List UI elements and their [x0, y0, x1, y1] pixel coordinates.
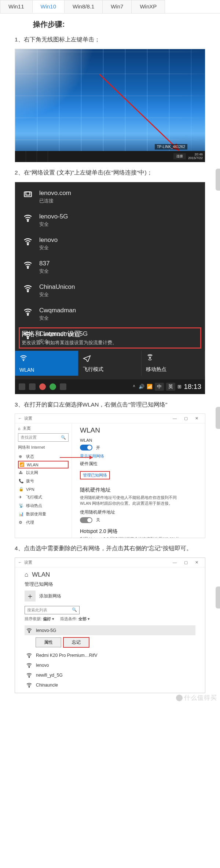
wlan-breadcrumb[interactable]: ⌂ WLAN: [25, 571, 195, 578]
tab-win81[interactable]: Win8/8.1: [64, 0, 103, 13]
tab-winxp[interactable]: WinXP: [131, 0, 165, 13]
side-icon: ⚙: [19, 520, 23, 525]
tray-time[interactable]: 18:13: [184, 383, 201, 391]
step-4-text: 4、点击选中需要删除的已有网络，并点击其右侧的"忘记"按钮即可。: [15, 544, 205, 553]
svg-point-7: [27, 314, 29, 315]
svg-point-9: [23, 360, 24, 361]
svg-point-14: [29, 677, 30, 677]
figure-4-known-networks: ← 设置 —▢✕ ⌂ WLAN 管理已知网络 ＋添加新网络 搜索此列表🔍 排序依…: [15, 558, 205, 693]
wifi-icon: [26, 682, 32, 688]
wifi-icon: [23, 307, 33, 316]
svg-point-11: [29, 632, 30, 633]
known-network-4[interactable]: Chinauncle: [25, 680, 195, 690]
network-837[interactable]: 837安全: [15, 255, 205, 279]
wifi-icon: [23, 260, 33, 269]
quick-wlan-button[interactable]: WLAN: [15, 351, 78, 376]
step-1-text: 1、右下角无线图标上左键单击；: [15, 35, 205, 44]
wifi-icon: [23, 213, 33, 222]
scroll-handle[interactable]: [216, 169, 220, 191]
random-mac-toggle[interactable]: 关: [80, 517, 197, 523]
side-icon: 📡: [19, 503, 23, 508]
hotspot20-heading: Hotspot 2.0 网络: [80, 528, 197, 535]
side-item-7[interactable]: 📊数据使用量: [18, 510, 69, 518]
wlan-toggle[interactable]: 开: [80, 445, 197, 450]
known-network-forget-button[interactable]: 忘记: [63, 637, 89, 647]
add-network-button[interactable]: ＋添加新网络: [25, 591, 195, 602]
content: 操作步骤: 1、右下角无线图标上左键单击； TP-LINK_461262 连接 …: [0, 14, 220, 704]
side-item-5[interactable]: ✈飞行模式: [18, 493, 69, 501]
wifi-icon: [23, 283, 33, 293]
step-2-text: 2、在"网络设置 (文本)"上左键单击(在"网络连接"中)；: [15, 168, 205, 177]
window-controls[interactable]: —▢✕: [169, 416, 202, 421]
taskbar-left: [19, 383, 66, 390]
known-networks-filters[interactable]: 排序依据: 偏好 ▾ 筛选条件: 全部 ▾: [25, 617, 195, 622]
taskbar-right-icons: ＾🔊 📶 中 英 ⊞ 18:13: [132, 383, 201, 391]
known-networks-heading: 管理已知网络: [25, 581, 195, 588]
side-icon: 📊: [19, 512, 23, 516]
tray-status[interactable]: 连接: [173, 153, 186, 159]
known-network-2[interactable]: lenovo: [25, 660, 195, 670]
known-network-1[interactable]: Redmi K20 Pro Premium…RifV: [25, 650, 195, 660]
window-controls[interactable]: —▢✕: [169, 560, 202, 565]
settings-home[interactable]: ⌂ 主页: [18, 426, 69, 431]
steps-title: 操作步骤:: [33, 19, 205, 29]
wifi-icon: [26, 627, 32, 633]
os-tabs: Win11 Win10 Win8/8.1 Win7 WinXP: [0, 0, 220, 14]
scroll-handle[interactable]: [216, 586, 220, 608]
settings-category: 网络和 Internet: [18, 445, 69, 450]
figure-3-settings-wlan: ← 设置 —▢✕ ⌂ 主页 查找设置🔍 网络和 Internet ⊕状态📶WLA…: [15, 413, 205, 538]
svg-point-6: [27, 291, 29, 292]
network-cwqmadman[interactable]: Cwqmadman安全: [15, 302, 205, 326]
wifi-icon: [26, 652, 32, 658]
ethernet-icon: [23, 190, 33, 199]
network-lenovo-5g[interactable]: lenovo-5G安全: [15, 209, 205, 232]
svg-point-15: [29, 687, 30, 687]
svg-point-4: [27, 244, 29, 245]
wlan-heading: WLAN: [80, 426, 197, 434]
link-manage-known-networks[interactable]: 管理已知网络: [80, 471, 110, 479]
quick-airplane-button[interactable]: 飞行模式: [78, 351, 142, 376]
tab-win11[interactable]: Win11: [0, 0, 33, 13]
known-network-3[interactable]: newifi_yd_5G: [25, 670, 195, 680]
wifi-icon: [26, 672, 32, 678]
side-item-3[interactable]: 📞拨号: [18, 477, 69, 485]
network-lenovo.com[interactable]: lenovo.com已连接: [15, 182, 205, 209]
tray-tooltip: TP-LINK_461262: [155, 144, 187, 150]
random-mac-heading: 随机硬件地址: [80, 487, 197, 493]
svg-line-0: [99, 74, 179, 150]
tab-win10[interactable]: Win10: [32, 0, 65, 13]
network-settings-link[interactable]: 网络和 Internet 设置 更改设置，例如将某连接设置为按流量计费。: [15, 327, 205, 348]
network-chinaunicon[interactable]: ChinaUnicon安全: [15, 279, 205, 302]
side-icon: 🖧: [19, 470, 23, 475]
side-icon: 📶: [19, 462, 24, 467]
wifi-icon: [26, 662, 32, 668]
known-networks-search[interactable]: 搜索此列表🔍: [25, 606, 80, 614]
side-item-1[interactable]: 📶WLAN: [18, 461, 69, 468]
known-network-0[interactable]: lenovo-5G: [25, 625, 195, 635]
link-show-networks[interactable]: 显示可用网络: [80, 453, 197, 459]
scroll-handle[interactable]: [216, 407, 220, 429]
side-item-0[interactable]: ⊕状态: [18, 452, 69, 461]
tab-win7[interactable]: Win7: [102, 0, 132, 13]
quick-hotspot-button[interactable]: 移动热点: [142, 351, 205, 376]
svg-rect-2: [26, 192, 30, 195]
settings-search[interactable]: 查找设置🔍: [18, 433, 69, 442]
side-icon: ✈: [19, 495, 23, 500]
known-network-properties-button[interactable]: 属性: [36, 637, 61, 647]
side-item-4[interactable]: 🔒VPN: [18, 485, 69, 493]
tray-clock[interactable]: 20:46 2015/7/22: [188, 153, 203, 160]
svg-point-13: [29, 667, 30, 667]
svg-point-12: [29, 657, 30, 658]
side-icon: 📞: [19, 479, 23, 483]
svg-point-5: [27, 267, 29, 268]
side-item-2[interactable]: 🖧以太网: [18, 468, 69, 477]
side-item-8[interactable]: ⚙代理: [18, 518, 69, 527]
side-icon: 🔒: [19, 487, 23, 492]
highlight-arrow: [60, 457, 93, 458]
step-3-text: 3、在打开的窗口左侧选择WLAN，右侧点击"管理已知网络": [15, 400, 205, 409]
figure-1-desktop: TP-LINK_461262 连接 20:46 2015/7/22: [15, 49, 205, 162]
wifi-icon: [23, 236, 33, 246]
side-item-6[interactable]: 📡移动热点: [18, 501, 69, 510]
network-lenovo[interactable]: lenovo安全: [15, 232, 205, 255]
svg-rect-1: [24, 192, 32, 196]
